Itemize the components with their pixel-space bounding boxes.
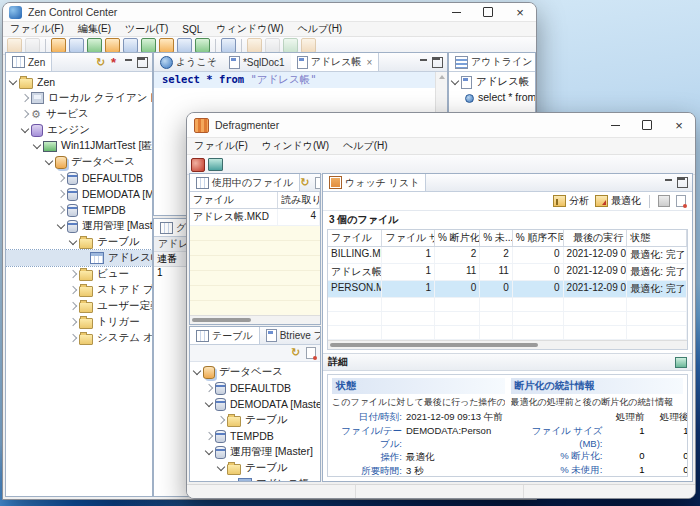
pin-icon[interactable] (676, 195, 686, 207)
maximize-button[interactable] (472, 3, 504, 21)
expander-icon[interactable] (33, 140, 41, 148)
expander-icon[interactable] (69, 302, 77, 310)
expander-icon[interactable] (57, 174, 65, 182)
column-header[interactable]: 状態 (627, 230, 687, 246)
monitor-icon[interactable] (195, 38, 210, 53)
expander-icon[interactable] (451, 76, 459, 84)
column-header[interactable]: ファイル (328, 230, 382, 246)
horizontal-scrollbar[interactable] (328, 340, 687, 349)
zen-menu-item-2[interactable]: ツール(T) (118, 21, 175, 37)
zen-tree-item[interactable]: テーブル (6, 234, 152, 250)
new-procedure-icon[interactable] (105, 38, 120, 53)
column-header[interactable]: 読み取り/... (278, 192, 320, 208)
redo-icon[interactable] (301, 38, 316, 53)
column-header[interactable]: ファイル サイ... (382, 230, 435, 246)
table-row[interactable]: BILLING.MKD12202021-12-09 09:1...最適化: 完了 (328, 247, 687, 264)
zen-tree-item[interactable]: ビュー (6, 266, 152, 282)
tab-tables[interactable]: テーブル (190, 327, 260, 344)
forward-icon[interactable] (265, 38, 280, 53)
expander-icon[interactable] (69, 318, 77, 326)
expander-icon[interactable] (217, 416, 225, 424)
maximize-button[interactable] (631, 113, 663, 137)
pin-icon[interactable] (306, 347, 316, 359)
stop-icon[interactable] (111, 57, 120, 68)
expander-icon[interactable] (205, 446, 213, 454)
refresh-icon[interactable] (96, 57, 107, 68)
back-icon[interactable] (247, 38, 262, 53)
zen-tree-item[interactable]: ストアド プロシージャ (6, 282, 152, 298)
db-tree-item[interactable]: 運用管理 [Master] (190, 444, 320, 460)
close-button[interactable]: × (504, 3, 536, 21)
new-user-icon[interactable] (159, 38, 174, 53)
close-tab-icon[interactable]: × (367, 57, 373, 68)
undo-icon[interactable] (283, 38, 298, 53)
db-tree-item[interactable]: テーブル (190, 460, 320, 476)
close-button[interactable]: × (663, 113, 695, 137)
zen-menu-item-0[interactable]: ファイル(F) (3, 21, 71, 37)
new-view-icon[interactable] (87, 38, 102, 53)
grid-column-header[interactable]: 連番 (154, 252, 188, 267)
details-header[interactable]: 詳細 (323, 353, 692, 371)
editor-tab[interactable]: *SqlDoc1 (223, 53, 291, 71)
defrag-menu-item-0[interactable]: ファイル(F) (187, 138, 255, 154)
db-tree-item[interactable]: アドレス帳 (190, 476, 320, 481)
zen-tree-item[interactable]: エンジン (6, 122, 152, 138)
db-tree-item[interactable]: TEMPDB (190, 428, 320, 444)
section-restore-icon[interactable] (675, 357, 687, 368)
expander-icon[interactable] (205, 432, 213, 440)
expander-icon[interactable] (45, 156, 53, 164)
editor-tab[interactable]: ようこそ (154, 53, 223, 71)
view-minimize-icon[interactable] (124, 58, 133, 67)
tab-files-in-use[interactable]: 使用中のファイル (190, 174, 300, 191)
grid-cell[interactable]: 1 (154, 267, 188, 278)
tab-watch-list[interactable]: ウォッチ リスト (323, 174, 426, 191)
analyze-button[interactable]: 分析 (553, 194, 589, 208)
tab-zen-explorer[interactable]: Zen (6, 53, 52, 71)
save-icon[interactable] (7, 38, 22, 53)
outline-root-item[interactable]: アドレス帳 (449, 74, 535, 90)
zen-tree-item[interactable]: DEFAULTDB (6, 170, 152, 186)
view-menu-icon[interactable] (658, 195, 670, 207)
zen-tree-item[interactable]: サービス (6, 106, 152, 122)
expander-icon[interactable] (217, 462, 225, 470)
new-table-icon[interactable] (69, 38, 84, 53)
expander-icon[interactable] (57, 206, 65, 214)
tab-btrieve-files[interactable]: Btrieve ファイル (260, 327, 321, 344)
outline-child-item[interactable]: select * from "アド (449, 90, 535, 106)
new-trigger-icon[interactable] (141, 38, 156, 53)
minimize-button[interactable] (599, 113, 631, 137)
zen-tree-item[interactable]: TEMPDB (6, 202, 152, 218)
db-tree-item[interactable]: DEFAULTDB (190, 380, 320, 396)
column-header[interactable]: ファイル (190, 192, 278, 208)
zen-titlebar[interactable]: Zen Control Center × (3, 3, 536, 22)
zen-tree-item[interactable]: Zen (6, 74, 152, 90)
zen-tree-item[interactable]: トリガー (6, 314, 152, 330)
column-header[interactable]: % 未... (480, 230, 513, 246)
expander-icon[interactable] (69, 286, 77, 294)
zen-tree-item[interactable]: 運用管理 [Master] (6, 218, 152, 234)
table-row[interactable]: アドレス帳.MKD4 (190, 209, 320, 226)
db-tree-item[interactable]: テーブル (190, 412, 320, 428)
zen-menu-item-1[interactable]: 編集(E) (71, 21, 118, 37)
editor-tab[interactable]: アドレス帳× (291, 53, 380, 71)
zen-menu-item-4[interactable]: ウィンドウ(W) (209, 21, 290, 37)
refresh-icon[interactable] (291, 347, 302, 358)
new-database-icon[interactable] (51, 38, 66, 53)
minimize-button[interactable] (440, 3, 472, 21)
defrag-titlebar[interactable]: Defragmenter × (187, 113, 695, 138)
pin-icon[interactable] (315, 177, 321, 189)
expander-icon[interactable] (21, 110, 29, 118)
db-tree-item[interactable]: DEMODATA [Master] (190, 396, 320, 412)
column-header[interactable]: % 順序不同 (513, 230, 564, 246)
connect-icon[interactable] (191, 158, 205, 172)
zen-menu-item-5[interactable]: ヘルプ(H) (291, 21, 350, 37)
table-row[interactable]: PERSON.MK...10002021-12-09 09:1...最適化: 完… (328, 281, 687, 298)
view-maximize-icon[interactable] (137, 57, 148, 68)
expander-icon[interactable] (21, 124, 29, 132)
view-minimize-icon[interactable] (664, 178, 673, 187)
new-group-icon[interactable] (177, 38, 192, 53)
expander-icon[interactable] (69, 236, 77, 244)
defrag-menu-item-2[interactable]: ヘルプ(H) (336, 138, 395, 154)
refresh-icon[interactable] (300, 177, 311, 188)
expander-icon[interactable] (193, 366, 201, 374)
